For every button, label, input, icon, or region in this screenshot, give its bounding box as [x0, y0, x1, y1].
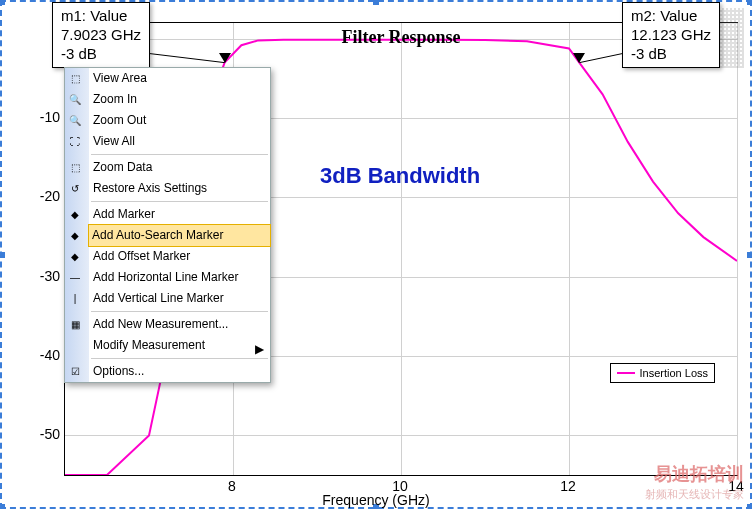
menu-item-icon: ▦ — [67, 316, 83, 332]
menu-item-icon: — — [67, 269, 83, 285]
menu-item-label: Modify Measurement — [93, 338, 205, 352]
menu-item-icon: ◆ — [67, 248, 83, 264]
menu-separator — [91, 311, 268, 312]
menu-item-zoom-in[interactable]: 🔍Zoom In — [89, 89, 270, 110]
legend-swatch — [617, 372, 635, 374]
x-axis-label: Frequency (GHz) — [322, 492, 429, 508]
menu-item-zoom-data[interactable]: ⬚Zoom Data — [89, 157, 270, 178]
menu-item-icon: ☑ — [67, 363, 83, 379]
x-tick: 8 — [228, 478, 236, 494]
y-tick: -30 — [36, 268, 60, 284]
menu-item-label: Add Offset Marker — [93, 249, 190, 263]
y-tick: -50 — [36, 426, 60, 442]
marker-text: -3 dB — [61, 45, 141, 64]
menu-separator — [91, 154, 268, 155]
menu-item-icon: ↺ — [67, 180, 83, 196]
menu-item-icon: ⛶ — [67, 133, 83, 149]
marker-box-m2[interactable]: m2: Value 12.123 GHz -3 dB — [622, 2, 720, 68]
menu-item-view-all[interactable]: ⛶View All — [89, 131, 270, 152]
marker-text: m2: Value — [631, 7, 711, 26]
svg-line-1 — [579, 53, 625, 63]
watermark-line: 易迪拓培训 — [645, 463, 744, 486]
menu-item-label: Zoom Data — [93, 160, 152, 174]
menu-item-icon: | — [67, 290, 83, 306]
menu-item-icon: 🔍 — [67, 91, 83, 107]
menu-item-zoom-out[interactable]: 🔍Zoom Out — [89, 110, 270, 131]
legend[interactable]: Insertion Loss — [610, 363, 715, 383]
menu-item-label: Options... — [93, 364, 144, 378]
menu-separator — [91, 201, 268, 202]
menu-item-view-area[interactable]: ⬚View Area — [89, 68, 270, 89]
menu-item-label: Zoom In — [93, 92, 137, 106]
menu-item-label: Add Auto-Search Marker — [92, 228, 223, 242]
y-tick: -20 — [36, 188, 60, 204]
menu-item-label: Zoom Out — [93, 113, 146, 127]
menu-item-add-vertical-line-marker[interactable]: |Add Vertical Line Marker — [89, 288, 270, 309]
menu-item-add-marker[interactable]: ◆Add Marker — [89, 204, 270, 225]
legend-label: Insertion Loss — [640, 367, 708, 379]
menu-item-add-offset-marker[interactable]: ◆Add Offset Marker — [89, 246, 270, 267]
menu-item-icon: ⬚ — [67, 159, 83, 175]
menu-item-icon: ⬚ — [67, 70, 83, 86]
watermark-line: 射频和天线设计专家 — [645, 487, 744, 501]
menu-item-add-auto-search-marker[interactable]: ◆Add Auto-Search Marker — [88, 224, 271, 247]
menu-item-icon — [67, 337, 83, 353]
y-tick: -40 — [36, 347, 60, 363]
menu-item-label: View Area — [93, 71, 147, 85]
submenu-arrow-icon: ▶ — [255, 339, 264, 360]
context-menu: ⬚View Area🔍Zoom In🔍Zoom Out⛶View All⬚Zoo… — [64, 67, 271, 383]
menu-item-icon: 🔍 — [67, 112, 83, 128]
marker-m2[interactable] — [573, 53, 585, 63]
marker-text: -3 dB — [631, 45, 711, 64]
menu-item-label: Add New Measurement... — [93, 317, 228, 331]
menu-item-add-new-measurement[interactable]: ▦Add New Measurement... — [89, 314, 270, 335]
menu-separator — [91, 358, 268, 359]
menu-item-label: Add Marker — [93, 207, 155, 221]
y-tick: -10 — [36, 109, 60, 125]
marker-m1[interactable] — [219, 53, 231, 63]
menu-item-options[interactable]: ☑Options... — [89, 361, 270, 382]
menu-item-label: Add Horizontal Line Marker — [93, 270, 238, 284]
menu-item-modify-measurement[interactable]: Modify Measurement▶ — [89, 335, 270, 356]
menu-item-restore-axis-settings[interactable]: ↺Restore Axis Settings — [89, 178, 270, 199]
marker-box-m1[interactable]: m1: Value 7.9023 GHz -3 dB — [52, 2, 150, 68]
marker-text: m1: Value — [61, 7, 141, 26]
svg-line-0 — [145, 53, 225, 63]
watermark: 易迪拓培训 射频和天线设计专家 — [645, 463, 744, 501]
menu-item-label: Add Vertical Line Marker — [93, 291, 224, 305]
menu-item-label: View All — [93, 134, 135, 148]
menu-item-label: Restore Axis Settings — [93, 181, 207, 195]
menu-item-add-horizontal-line-marker[interactable]: —Add Horizontal Line Marker — [89, 267, 270, 288]
marker-text: 12.123 GHz — [631, 26, 711, 45]
chart-frame: Filter Response 3dB Bandwidth Insertion … — [0, 0, 752, 509]
marker-text: 7.9023 GHz — [61, 26, 141, 45]
annotation-3db: 3dB Bandwidth — [320, 163, 480, 189]
menu-item-icon: ◆ — [67, 206, 83, 222]
menu-item-icon: ◆ — [67, 227, 83, 243]
chart-title: Filter Response — [341, 27, 460, 48]
x-tick: 12 — [560, 478, 576, 494]
